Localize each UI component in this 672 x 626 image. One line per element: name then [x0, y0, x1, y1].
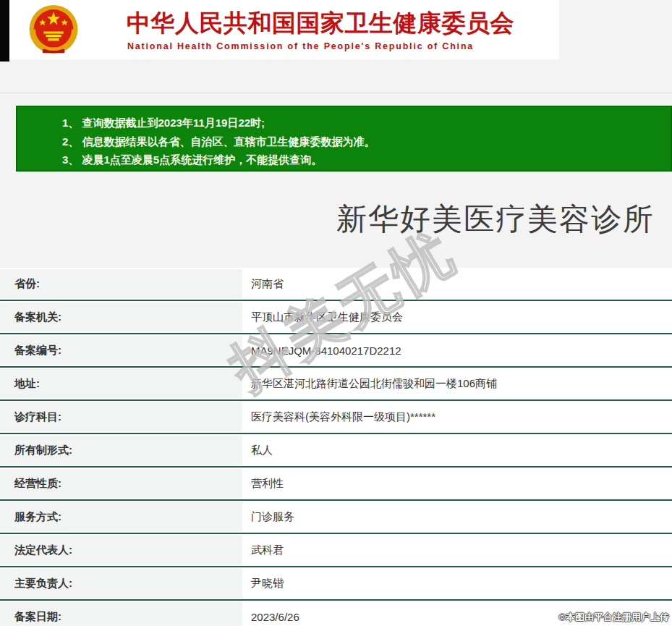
header-divider: [0, 93, 672, 93]
table-row: 所有制形式: 私人: [0, 434, 672, 468]
table-row: 省份: 河南省: [0, 268, 672, 301]
notice-item: 2、 信息数据结果以各省、自治区、直辖市卫生健康委数据为准。: [62, 132, 663, 151]
field-label: 备案日期:: [0, 602, 242, 626]
field-label: 诊疗科目:: [0, 402, 242, 431]
table-row: 备案机关: 平顶山市新华区卫生健康委员会: [0, 301, 672, 334]
table-row: 主要负责人: 尹晓锴: [0, 567, 672, 601]
site-title-chinese: 中华人民共和国国家卫生健康委员会: [127, 7, 546, 40]
field-value: 尹晓锴: [242, 567, 672, 599]
page: 中华人民共和国国家卫生健康委员会 National Health Commiss…: [0, 0, 672, 626]
table-row: 诊疗科目: 医疗美容科(美容外科限一级项目)******: [0, 401, 672, 434]
table-row: 法定代表人: 武科君: [0, 534, 672, 567]
field-value: 门诊服务: [242, 501, 672, 533]
field-label: 省份:: [0, 269, 242, 298]
table-row: 备案编号: MA9NEJQM-841040217D2212: [0, 334, 672, 368]
site-title-english: National Health Commission of the People…: [127, 41, 547, 51]
field-value: 医疗美容科(美容外科限一级项目)******: [242, 401, 672, 433]
field-label: 备案机关:: [0, 303, 242, 331]
field-value: 新华区湛河北路街道公园北街儒骏和园一楼106商铺: [242, 368, 672, 399]
field-label: 主要负责人:: [0, 569, 242, 598]
table-row: 经营性质: 营利性: [0, 468, 672, 501]
field-label: 备案编号:: [0, 336, 242, 365]
field-label: 地址:: [0, 369, 242, 398]
registration-info-table: 省份: 河南省 备案机关: 平顶山市新华区卫生健康委员会 备案编号: MA9NE…: [0, 268, 672, 626]
field-value: 平顶山市新华区卫生健康委员会: [242, 301, 672, 333]
left-edge-strip: [0, 0, 9, 62]
field-label: 经营性质:: [0, 469, 242, 498]
table-row: 地址: 新华区湛河北路街道公园北街儒骏和园一楼106商铺: [0, 368, 672, 401]
query-notice-box: 1、 查询数据截止到2023年11月19日22时; 2、 信息数据结果以各省、自…: [16, 106, 672, 172]
notice-list: 1、 查询数据截止到2023年11月19日22时; 2、 信息数据结果以各省、自…: [62, 114, 663, 169]
field-value: MA9NEJQM-841040217D2212: [242, 334, 672, 366]
china-national-emblem-icon: [14, 2, 93, 59]
field-value: 河南省: [242, 268, 672, 300]
field-value: 私人: [242, 434, 672, 466]
table-row: 服务方式: 门诊服务: [0, 501, 672, 534]
field-value: 营利性: [242, 468, 672, 499]
site-header: 中华人民共和国国家卫生健康委员会 National Health Commiss…: [9, 0, 559, 59]
field-label: 服务方式:: [0, 502, 242, 531]
footer-upload-watermark: ©本图由平台注册用户上传: [558, 611, 669, 624]
clinic-name-title: 新华好美医疗美容诊所: [0, 194, 672, 245]
notice-item: 1、 查询数据截止到2023年11月19日22时;: [62, 114, 663, 132]
field-label: 法定代表人:: [0, 536, 242, 564]
notice-item: 3、 凌晨1点至凌晨5点系统进行维护，不能提供查询。: [62, 151, 663, 169]
field-value: 武科君: [242, 534, 672, 566]
field-label: 所有制形式:: [0, 436, 242, 465]
